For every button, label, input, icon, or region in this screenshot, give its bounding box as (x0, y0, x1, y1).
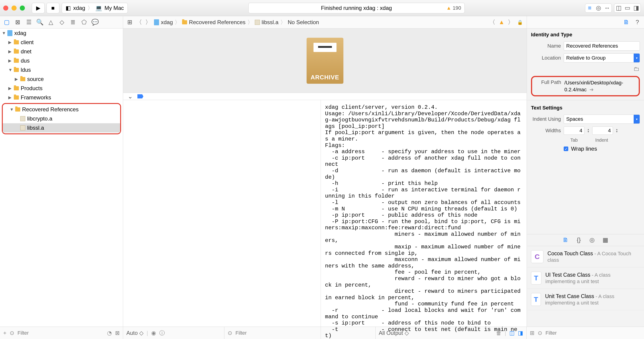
nav-forward-icon[interactable]: 〉 (507, 19, 514, 26)
add-icon[interactable]: + (3, 330, 6, 336)
folder-icon (14, 59, 19, 63)
all-output-label[interactable]: All Output ◇ (379, 330, 409, 336)
symbol-navigator-icon[interactable]: ☰ (25, 19, 32, 26)
info-icon[interactable]: ⓘ (159, 329, 165, 337)
object-tab-icon[interactable]: ◎ (589, 237, 596, 244)
tree-folder-recovered[interactable]: ▼ Recovered References (3, 105, 120, 114)
quick-help-icon[interactable]: ? (634, 19, 641, 26)
zoom-window[interactable] (20, 5, 25, 10)
tag-icon[interactable] (138, 94, 144, 98)
variables-filter-input[interactable] (236, 330, 372, 336)
window-traffic-lights (3, 5, 25, 10)
media-tab-icon[interactable]: ▦ (602, 237, 609, 244)
dropdown-icon[interactable]: ⌄ (127, 93, 134, 100)
related-items-icon[interactable]: ⊞ (126, 19, 133, 26)
archive-preview: ARCHIVE (306, 38, 344, 84)
location-label: Location (531, 55, 561, 61)
folder-icon (14, 86, 19, 90)
report-navigator-icon[interactable]: 💬 (92, 19, 98, 26)
tree-item[interactable]: ▶Products (0, 84, 123, 93)
variables-view[interactable] (123, 100, 321, 339)
scm-icon[interactable]: ⊠ (115, 330, 120, 336)
run-button[interactable]: ▶ (32, 3, 45, 13)
fullpath-highlight: Full Path /Users/xinli/Desktop/xdag-0.2.… (531, 76, 640, 96)
fullpath-label: Full Path (536, 79, 561, 85)
code-snippet-tab-icon[interactable]: {} (576, 237, 582, 244)
console-output[interactable]: xdag client/server, version 0.2.4. Usage… (321, 100, 526, 339)
tree-item[interactable]: ▶dus (0, 56, 123, 65)
scheme-selector[interactable]: ◧ xdag 〉 💻 My Mac (62, 3, 128, 13)
recent-icon[interactable]: ◔ (107, 330, 112, 336)
stop-button[interactable]: ■ (46, 3, 60, 13)
toggle-navigator-icon[interactable]: ◫ (615, 4, 622, 11)
close-window[interactable] (3, 5, 8, 10)
reveal-arrow-icon[interactable]: ➜ (590, 87, 594, 92)
navigator-filter-input[interactable] (18, 330, 104, 336)
tree-item[interactable]: ▶source (0, 74, 123, 84)
indent-using-select[interactable]: Spaces ▾ (564, 114, 640, 124)
tree-root[interactable]: ▼ xdag (0, 28, 123, 38)
eye-icon[interactable]: ◉ (151, 330, 156, 336)
assistant-editor-icon[interactable]: ◎ (595, 4, 602, 11)
status-text: Finished running xdag : xdag (321, 5, 392, 11)
tree-item[interactable]: ▶client (0, 38, 123, 47)
stop-icon: ■ (51, 5, 55, 11)
tree-item-libssl[interactable]: libssl.a (3, 123, 120, 132)
find-navigator-icon[interactable]: 🔍 (36, 19, 43, 26)
activity-status[interactable]: Finished running xdag : xdag ▲190 (248, 3, 465, 13)
tab-stepper[interactable]: ▲▼ (587, 128, 590, 133)
name-field[interactable] (564, 41, 640, 51)
tree-item[interactable]: ▼ldus (0, 65, 123, 74)
test-navigator-icon[interactable]: ◇ (58, 19, 65, 26)
folder-icon (182, 20, 187, 24)
grid-icon[interactable]: ⊞ (530, 330, 534, 336)
indent-stepper[interactable]: ▲▼ (616, 128, 618, 133)
titlebar: ▶ ■ ◧ xdag 〉 💻 My Mac Finished running x… (0, 0, 644, 16)
trash-icon[interactable]: 🗑 (496, 330, 502, 336)
minimize-window[interactable] (12, 5, 16, 10)
indent-width-field[interactable] (592, 126, 613, 135)
version-editor-icon[interactable]: ↔ (604, 4, 611, 11)
folder-icon (14, 49, 19, 54)
location-select[interactable]: Relative to Group ▾ (564, 53, 640, 62)
source-control-icon[interactable]: ⊠ (14, 19, 21, 26)
fullpath-value: /Users/xinli/Desktop/xdag-0.2.4/mac (564, 80, 623, 92)
lock-icon[interactable] (516, 19, 524, 26)
play-icon: ▶ (36, 5, 40, 11)
back-icon[interactable]: 〈 (136, 19, 142, 26)
library-item[interactable]: T UI Test Case Class - A class implement… (527, 268, 644, 289)
chevron-down-icon: ▾ (634, 54, 640, 62)
tree-item[interactable]: ▶dnet (0, 47, 123, 56)
issue-navigator-icon[interactable]: △ (48, 19, 54, 26)
file-preview: ARCHIVE (123, 28, 526, 93)
toggle-inspector-icon[interactable]: ◨ (633, 4, 640, 11)
warning-count: 190 (453, 5, 461, 11)
inspector-panel: Identity and Type Name Location Relative… (526, 28, 644, 327)
file-inspector-icon[interactable]: 🗎 (623, 19, 630, 26)
forward-icon[interactable]: 〉 (145, 19, 152, 26)
library-item[interactable]: C Cocoa Touch Class - A Cocoa Touch clas… (527, 246, 644, 268)
show-variables-icon[interactable]: ◫ (509, 330, 515, 336)
editor-area: ARCHIVE ⌄ xdag client/server, version 0.… (123, 28, 526, 327)
tree-item-libcrypto[interactable]: libcrypto.a (3, 114, 120, 123)
show-console-icon[interactable]: ◨ (518, 330, 523, 336)
debug-navigator-icon[interactable]: ≣ (70, 19, 76, 26)
archive-icon (20, 125, 25, 130)
tree-item[interactable]: ▶Frameworks (0, 93, 123, 102)
folder-picker-icon[interactable]: 🗀 (633, 65, 640, 72)
project-navigator-icon[interactable]: ▢ (3, 19, 10, 26)
nav-back-icon[interactable]: 〈 (489, 19, 496, 26)
breadcrumb[interactable]: xdag〉 Recovered References〉 libssl.a〉 No… (154, 19, 319, 26)
toggle-debug-icon[interactable]: ▭ (624, 4, 631, 11)
wrap-lines-checkbox[interactable]: ✓ (564, 146, 568, 151)
standard-editor-icon[interactable]: ≡ (586, 4, 593, 11)
nav-warning-icon[interactable]: ▲ (498, 19, 505, 26)
auto-label[interactable]: Auto ◇ (126, 330, 144, 336)
tab-width-field[interactable] (564, 126, 584, 135)
breakpoint-navigator-icon[interactable]: ⬠ (80, 19, 88, 26)
library-filter-input[interactable] (546, 330, 641, 336)
library-item[interactable]: T Unit Test Case Class - A class impleme… (527, 289, 644, 310)
folder-icon (15, 107, 20, 112)
warning-icon: ▲ (446, 5, 451, 11)
file-template-tab-icon[interactable]: 🗎 (562, 237, 569, 244)
